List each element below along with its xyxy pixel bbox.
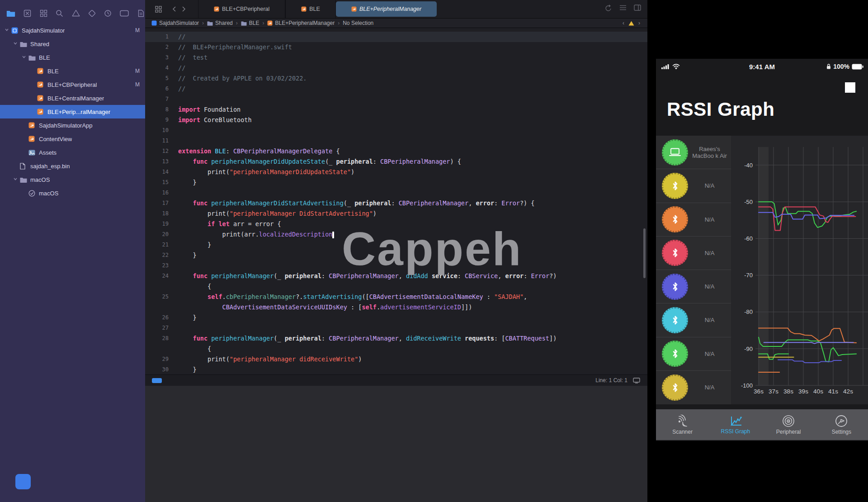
- disclosure-chevron-icon[interactable]: [22, 55, 27, 60]
- code-line: 4//: [145, 63, 647, 73]
- line-number: 16: [145, 188, 178, 198]
- svg-text:36s: 36s: [754, 388, 764, 395]
- forward-chevron-icon[interactable]: [182, 6, 186, 12]
- code-text: CBAdvertisementDataServiceUUIDsKey : [se…: [178, 302, 472, 313]
- code-line: CBAdvertisementDataServiceUUIDsKey : [se…: [145, 302, 647, 313]
- sidebar-item-sajdahsimulator[interactable]: SajdahSimulatorM: [0, 24, 145, 37]
- device-row[interactable]: N/A: [656, 337, 731, 371]
- code-line: {: [145, 281, 647, 292]
- sidebar-item-ble[interactable]: BLEM: [0, 64, 145, 78]
- editor-scrollbar[interactable]: [643, 228, 646, 278]
- reports-icon[interactable]: [137, 9, 145, 18]
- phone-tab-bar: ScannerRSSI GraphPeripheralSettings: [656, 409, 868, 440]
- device-name: N/A: [688, 317, 731, 323]
- display-icon[interactable]: [633, 378, 640, 384]
- code-text: func peripheralManagerDidStartAdvertisin…: [178, 198, 534, 208]
- editor-grid-icon[interactable]: [155, 6, 162, 13]
- breadcrumb-item[interactable]: BLE: [241, 20, 259, 26]
- code-text: }: [178, 313, 197, 323]
- line-col-indicator: Line: 1 Col: 1: [595, 377, 627, 384]
- tab-scanner[interactable]: Scanner: [656, 409, 709, 440]
- project-navigator-icon[interactable]: [6, 9, 15, 18]
- device-name: N/A: [688, 350, 731, 357]
- breadcrumb-item[interactable]: No Selection: [343, 20, 373, 26]
- debug-icon[interactable]: [104, 9, 113, 18]
- breadcrumb-item[interactable]: Shared: [207, 20, 233, 26]
- device-row[interactable]: N/A: [656, 270, 731, 303]
- device-row[interactable]: Raees's MacBoo k Air: [656, 136, 731, 169]
- tests-icon[interactable]: [88, 9, 96, 18]
- breadcrumb-item[interactable]: BLE+PeripheralManager: [267, 20, 335, 26]
- next-issue-icon[interactable]: ›: [638, 20, 640, 26]
- file-label: Shared: [30, 41, 49, 47]
- folder-icon: [28, 54, 36, 61]
- sidebar-item-sajdahsimulatorapp[interactable]: SajdahSimulatorApp: [0, 118, 145, 132]
- line-number: 7: [145, 94, 178, 104]
- file-label: BLE+CentralManager: [47, 95, 104, 102]
- sidebar-item-shared[interactable]: Shared: [0, 37, 145, 51]
- code-text: print("peripheralManager DidStartAdverti…: [178, 208, 377, 219]
- device-row[interactable]: N/A: [656, 371, 731, 404]
- sidebar-item-ble-centralmanager[interactable]: BLE+CentralManager: [0, 91, 145, 105]
- code-text: }: [178, 365, 197, 375]
- sidebar-item-macos[interactable]: macOS: [0, 173, 145, 186]
- code-text: }: [178, 250, 197, 260]
- line-number: 19: [145, 219, 178, 229]
- add-editor-icon[interactable]: [634, 5, 641, 12]
- swift-file-icon: [214, 6, 219, 12]
- breadcrumb-separator: ›: [338, 20, 340, 26]
- phone-status-bar: 9:41 AM 100%: [656, 62, 868, 71]
- code-line: 11: [145, 136, 647, 146]
- sidebar-item-macos[interactable]: macOS: [0, 186, 145, 200]
- laptop-avatar-icon: [662, 139, 688, 166]
- svg-text:-50: -50: [744, 199, 753, 205]
- device-row[interactable]: N/A: [656, 169, 731, 203]
- editor-tab-ble-cbperipheral[interactable]: BLE+CBPeripheral: [198, 0, 285, 18]
- code-review-icon[interactable]: [605, 5, 612, 12]
- sidebar-item-ble[interactable]: BLE: [0, 51, 145, 64]
- sidebar-item-ble-cbperipheral[interactable]: BLE+CBPeripheralM: [0, 78, 145, 91]
- breakpoints-icon[interactable]: [120, 9, 129, 18]
- code-line: 3// test: [145, 52, 647, 63]
- disclosure-chevron-icon[interactable]: [13, 41, 19, 47]
- filter-button[interactable]: [15, 474, 31, 489]
- tab-peripheral[interactable]: Peripheral: [762, 409, 815, 440]
- sidebar-item-sajdah-esp-bin[interactable]: sajdah_esp.bin: [0, 159, 145, 173]
- device-row[interactable]: N/A: [656, 237, 731, 270]
- issues-icon[interactable]: [71, 9, 80, 18]
- prev-issue-icon[interactable]: ‹: [623, 20, 624, 26]
- tab-rssi-graph[interactable]: RSSI Graph: [709, 409, 762, 440]
- progress-chip: [152, 378, 162, 383]
- breadcrumb-item[interactable]: SajdahSimulator: [151, 20, 199, 26]
- sidebar-item-assets[interactable]: Assets: [0, 146, 145, 159]
- code-text: //: [178, 63, 185, 73]
- modified-badge: M: [135, 81, 140, 88]
- app-icon: [151, 20, 157, 26]
- stop-button[interactable]: [845, 82, 855, 93]
- adjust-editor-icon[interactable]: [619, 5, 627, 12]
- bluetooth-avatar-icon: [662, 374, 688, 401]
- sidebar-item-contentview[interactable]: ContentView: [0, 132, 145, 146]
- bluetooth-avatar-icon: [662, 341, 688, 367]
- svg-text:38s: 38s: [783, 388, 793, 395]
- breadcrumb-label: Shared: [215, 20, 233, 26]
- bookmarks-icon[interactable]: [39, 9, 48, 18]
- code-area[interactable]: 1//2// BLE+PeripheralManager.swift3// te…: [145, 28, 647, 375]
- modified-badge: M: [135, 27, 140, 33]
- code-line: 18 print("peripheralManager DidStartAdve…: [145, 208, 647, 219]
- source-control-icon[interactable]: [23, 9, 32, 18]
- device-row[interactable]: N/A: [656, 303, 731, 337]
- editor-tab-ble-peripheralmanager[interactable]: BLE+PeripheralManager: [336, 1, 437, 17]
- svg-text:39s: 39s: [798, 388, 808, 395]
- find-icon[interactable]: [55, 9, 64, 18]
- disclosure-chevron-icon[interactable]: [13, 177, 19, 182]
- sidebar-item-ble-perip-ralmanager[interactable]: BLE+Perip...ralManager: [0, 105, 145, 118]
- disclosure-chevron-icon[interactable]: [5, 28, 10, 33]
- swift-icon: [37, 109, 45, 115]
- editor-tab-ble[interactable]: BLE: [285, 0, 336, 18]
- svg-text:-90: -90: [744, 346, 753, 352]
- line-number: 23: [145, 260, 178, 271]
- back-chevron-icon[interactable]: [172, 6, 176, 12]
- tab-settings[interactable]: Settings: [815, 409, 868, 440]
- device-row[interactable]: N/A: [656, 203, 731, 237]
